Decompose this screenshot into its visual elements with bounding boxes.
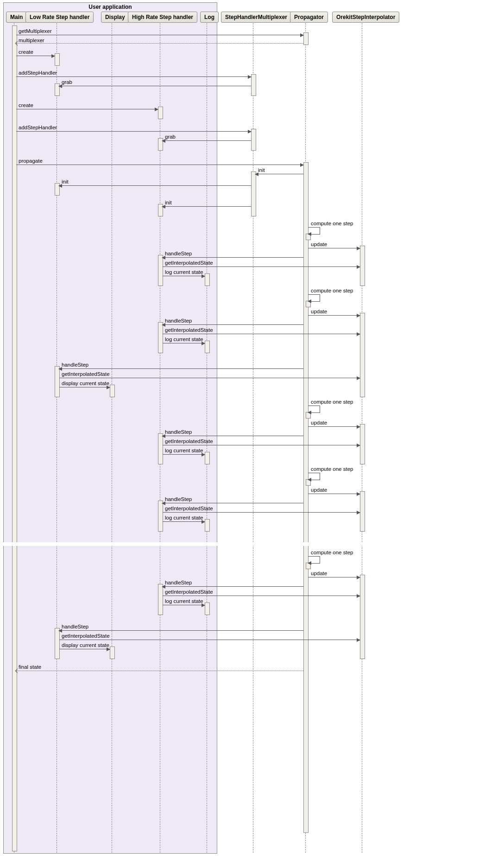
participant-log: Log (200, 12, 219, 23)
participant-multiplexer: StepHandlerMultiplexer (221, 12, 291, 23)
msg-propagate: propagate (19, 158, 43, 164)
participant-main: Main (6, 12, 27, 23)
activation-low-create (55, 53, 60, 66)
activation-high-hs4 (158, 501, 163, 532)
activation-display-2 (110, 385, 115, 397)
msg-handle-2: handleStep (165, 318, 192, 323)
msg-init-low: init (62, 179, 69, 184)
time-break (2, 542, 502, 546)
msg-log-4: log current state (165, 515, 203, 520)
activation-high-hs2 (158, 322, 163, 353)
activation-high-hs1 (158, 255, 163, 286)
activation-main (12, 25, 17, 851)
msg-grab-low: grab (62, 79, 72, 85)
msg-compute-3: compute one step (311, 399, 353, 405)
activation-high-create (158, 107, 163, 119)
msg-log-n: log current state (165, 598, 203, 604)
activation-interp-4 (360, 491, 365, 532)
activation-low-hs2 (55, 366, 60, 397)
activation-interp-2 (360, 313, 365, 397)
activation-high-hs3 (158, 433, 163, 464)
msg-display-n: display current state (62, 642, 109, 648)
msg-final-state: final state (19, 664, 41, 670)
msg-add-step-high: addStepHandler (19, 125, 57, 130)
msg-getinterp-1: getInterpolatedState (165, 260, 213, 266)
participant-high-rate: High Rate Step handler (128, 12, 197, 23)
frame-title: User application (4, 3, 217, 11)
msg-getinterp-2: getInterpolatedState (165, 327, 213, 333)
activation-mux-add-low (251, 74, 256, 96)
activation-log-2 (205, 341, 210, 353)
msg-compute-1: compute one step (311, 221, 353, 226)
msg-log-2: log current state (165, 336, 203, 342)
msg-getinterp-low-2: getInterpolatedState (62, 371, 110, 377)
activation-display-n (110, 647, 115, 659)
activation-interp-n (360, 575, 365, 659)
msg-init-mux: init (258, 167, 265, 173)
msg-getinterp-n: getInterpolatedState (165, 589, 213, 595)
activation-log-3 (205, 452, 210, 464)
msg-compute-n: compute one step (311, 550, 353, 555)
activation-prop-getmux (303, 32, 309, 45)
msg-update-4: update (311, 487, 327, 493)
participant-propagator: Propagator (290, 12, 328, 23)
activation-log-1 (205, 273, 210, 286)
activation-low-hsn (55, 628, 60, 659)
activation-interp-3 (360, 424, 365, 464)
msg-create-low: create (19, 49, 33, 55)
msg-create-high: create (19, 102, 33, 108)
msg-getinterp-3: getInterpolatedState (165, 438, 213, 444)
msg-update-2: update (311, 309, 327, 314)
msg-handle-3: handleStep (165, 429, 192, 435)
msg-handle-1: handleStep (165, 251, 192, 256)
msg-handle-low-n: handleStep (62, 624, 88, 629)
participant-display: Display (101, 12, 129, 23)
msg-log-1: log current state (165, 269, 203, 275)
activation-mux-add-high (251, 129, 256, 151)
msg-compute-2: compute one step (311, 288, 353, 293)
msg-update-3: update (311, 420, 327, 425)
msg-add-step-low: addStepHandler (19, 70, 57, 76)
msg-update-n: update (311, 571, 327, 576)
activation-log-4 (205, 519, 210, 532)
activation-prop-propagate (303, 162, 309, 833)
activation-high-hsn (158, 584, 163, 615)
msg-getinterp-4: getInterpolatedState (165, 506, 213, 511)
msg-compute-4: compute one step (311, 466, 353, 472)
msg-init-high: init (165, 200, 172, 205)
msg-grab-high: grab (165, 134, 176, 139)
msg-getinterp-low-n: getInterpolatedState (62, 633, 110, 639)
activation-log-n (205, 602, 210, 615)
msg-get-multiplexer: getMultiplexer (19, 28, 52, 34)
msg-handle-4: handleStep (165, 496, 192, 502)
msg-log-3: log current state (165, 448, 203, 453)
msg-display-2: display current state (62, 380, 109, 386)
msg-handle-n: handleStep (165, 580, 192, 585)
msg-multiplexer-return: multiplexer (19, 38, 44, 43)
participant-interpolator: OrekitStepInterpolator (332, 12, 399, 23)
activation-interp-1 (360, 246, 365, 286)
participant-low-rate: Low Rate Step handler (25, 12, 94, 23)
sequence-diagram: User application Main Low Rate Step hand… (2, 2, 502, 854)
msg-handle-low-2: handleStep (62, 362, 88, 368)
msg-update-1: update (311, 241, 327, 247)
activation-mux-init (251, 171, 256, 216)
